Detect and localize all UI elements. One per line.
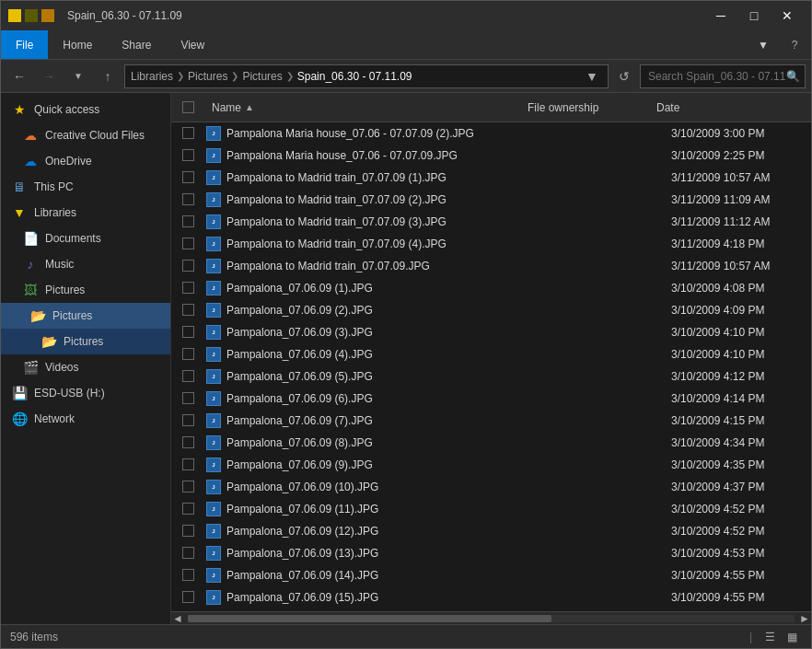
- sidebar-item-pictures[interactable]: 🖼 Pictures: [1, 277, 170, 303]
- table-row[interactable]: J Pampalona to Madrid train_07.07.09 (3)…: [171, 211, 811, 233]
- table-row[interactable]: J Pampalona Maria house_07.06 - 07.07.09…: [171, 122, 811, 145]
- row-checkbox[interactable]: [171, 238, 204, 249]
- row-checkbox[interactable]: [171, 304, 204, 316]
- table-row[interactable]: J Pampalona to Madrid train_07.07.09 (4)…: [171, 233, 811, 255]
- table-row[interactable]: J Pampalona_07.06.09 (9).JPG 3/10/2009 4…: [171, 454, 811, 476]
- row-check[interactable]: [182, 326, 194, 338]
- row-check[interactable]: [182, 436, 194, 448]
- table-row[interactable]: J Pampalona_07.06.09 (15).JPG 3/10/2009 …: [171, 586, 811, 608]
- close-button[interactable]: ✕: [771, 1, 804, 30]
- row-check[interactable]: [182, 392, 194, 404]
- row-checkbox[interactable]: [171, 591, 204, 603]
- breadcrumb-pictures-1[interactable]: Pictures: [188, 70, 227, 83]
- address-dropdown[interactable]: ▼: [582, 66, 602, 87]
- refresh-button[interactable]: ↺: [612, 64, 636, 88]
- row-check[interactable]: [182, 304, 194, 316]
- row-check[interactable]: [182, 481, 194, 493]
- menu-home[interactable]: Home: [48, 30, 107, 59]
- row-checkbox[interactable]: [171, 458, 204, 470]
- menu-expand[interactable]: ▼: [748, 30, 778, 59]
- breadcrumb-libraries[interactable]: Libraries: [131, 70, 173, 83]
- table-row[interactable]: J Pampalona_07.06.09 (14).JPG 3/10/2009 …: [171, 564, 811, 586]
- row-check[interactable]: [182, 193, 194, 205]
- table-row[interactable]: J Pampalona_07.06.09 (1).JPG 3/10/2009 4…: [171, 277, 811, 299]
- row-checkbox[interactable]: [171, 392, 204, 404]
- row-check[interactable]: [182, 414, 194, 426]
- table-row[interactable]: J Pampalona to Madrid train_07.07.09.JPG…: [171, 255, 811, 277]
- row-check[interactable]: [182, 215, 194, 227]
- row-checkbox[interactable]: [171, 127, 204, 139]
- row-checkbox[interactable]: [171, 260, 204, 272]
- sidebar-item-this-pc[interactable]: 🖥 This PC: [1, 174, 170, 200]
- table-row[interactable]: J Pampalona_07.06.09 (13).JPG 3/10/2009 …: [171, 542, 811, 564]
- row-checkbox[interactable]: [171, 149, 204, 161]
- row-checkbox[interactable]: [171, 171, 204, 183]
- table-row[interactable]: J Pampalona to Madrid train_07.07.09 (2)…: [171, 189, 811, 211]
- row-check[interactable]: [182, 149, 194, 161]
- sidebar-item-videos[interactable]: 🎬 Videos: [1, 354, 170, 380]
- row-check[interactable]: [182, 525, 194, 537]
- row-check[interactable]: [182, 569, 194, 581]
- row-checkbox[interactable]: [171, 503, 204, 515]
- table-row[interactable]: J Pampalona_07.06.09 (6).JPG 3/10/2009 4…: [171, 388, 811, 410]
- help-button[interactable]: ?: [778, 30, 811, 59]
- row-check[interactable]: [182, 282, 194, 294]
- row-checkbox[interactable]: [171, 414, 204, 426]
- sidebar-item-esd-usb[interactable]: 💾 ESD-USB (H:): [1, 380, 170, 406]
- row-checkbox[interactable]: [171, 193, 204, 205]
- row-checkbox[interactable]: [171, 481, 204, 493]
- sidebar-item-documents[interactable]: 📄 Documents: [1, 226, 170, 251]
- sidebar-item-quick-access[interactable]: ★ Quick access: [1, 97, 170, 122]
- row-checkbox[interactable]: [171, 569, 204, 581]
- row-check[interactable]: [182, 127, 194, 139]
- up-button[interactable]: ↑: [95, 64, 121, 89]
- header-checkbox[interactable]: [171, 101, 204, 113]
- search-input[interactable]: [648, 70, 786, 83]
- menu-file[interactable]: File: [1, 30, 48, 59]
- recent-button[interactable]: ▼: [65, 64, 91, 89]
- col-header-ownership[interactable]: File ownership: [520, 101, 649, 114]
- breadcrumb-pictures-2[interactable]: Pictures: [242, 70, 282, 83]
- table-row[interactable]: J Pampalona_07.06.09 (11).JPG 3/10/2009 …: [171, 498, 811, 520]
- address-bar[interactable]: Libraries ❯ Pictures ❯ Pictures ❯ Spain_…: [124, 64, 609, 88]
- details-view-button[interactable]: ☰: [760, 628, 780, 646]
- search-box[interactable]: 🔍: [640, 64, 806, 88]
- h-scroll-thumb[interactable]: [188, 615, 551, 622]
- col-header-date[interactable]: Date: [649, 101, 796, 114]
- sidebar-item-network[interactable]: 🌐 Network: [1, 406, 170, 432]
- row-checkbox[interactable]: [171, 348, 204, 360]
- back-button[interactable]: ←: [6, 64, 32, 89]
- row-checkbox[interactable]: [171, 282, 204, 294]
- row-checkbox[interactable]: [171, 525, 204, 537]
- table-row[interactable]: J Pampalona_07.06.09 (10).JPG 3/10/2009 …: [171, 476, 811, 498]
- table-row[interactable]: J Pampalona_07.06.09 (12).JPG 3/10/2009 …: [171, 520, 811, 542]
- col-header-name[interactable]: Name ▲: [204, 101, 520, 114]
- sidebar-item-pictures-sub[interactable]: 📂 Pictures: [1, 303, 170, 329]
- table-row[interactable]: J Pampalona to Madrid train_07.07.09 (1)…: [171, 167, 811, 189]
- table-row[interactable]: J Pampalona Maria house_07.06 - 07.07.09…: [171, 145, 811, 167]
- breadcrumb-folder[interactable]: Spain_06.30 - 07.11.09: [297, 70, 412, 83]
- row-check[interactable]: [182, 348, 194, 360]
- sidebar-item-libraries[interactable]: ▼ Libraries: [1, 200, 170, 226]
- row-check[interactable]: [182, 260, 194, 272]
- h-scroll-track[interactable]: [188, 615, 795, 622]
- row-checkbox[interactable]: [171, 547, 204, 559]
- row-check[interactable]: [182, 503, 194, 515]
- table-row[interactable]: J Pampalona_07.06.09 (2).JPG 3/10/2009 4…: [171, 299, 811, 321]
- sidebar-item-onedrive[interactable]: ☁ OneDrive: [1, 148, 170, 174]
- row-check[interactable]: [182, 238, 194, 249]
- table-row[interactable]: J Pampalona_07.06.09 (8).JPG 3/10/2009 4…: [171, 432, 811, 454]
- sidebar-item-creative-cloud[interactable]: ☁ Creative Cloud Files: [1, 122, 170, 148]
- row-checkbox[interactable]: [171, 436, 204, 448]
- row-checkbox[interactable]: [171, 326, 204, 338]
- select-all-checkbox[interactable]: [182, 101, 194, 113]
- forward-button[interactable]: →: [36, 64, 62, 89]
- menu-view[interactable]: View: [166, 30, 219, 59]
- large-icons-button[interactable]: ▦: [782, 628, 802, 646]
- row-check[interactable]: [182, 458, 194, 470]
- menu-share[interactable]: Share: [107, 30, 166, 59]
- row-check[interactable]: [182, 370, 194, 382]
- minimize-button[interactable]: ─: [704, 1, 737, 30]
- h-scroll-right[interactable]: ►: [798, 612, 811, 625]
- file-list[interactable]: J Pampalona Maria house_07.06 - 07.07.09…: [171, 122, 811, 611]
